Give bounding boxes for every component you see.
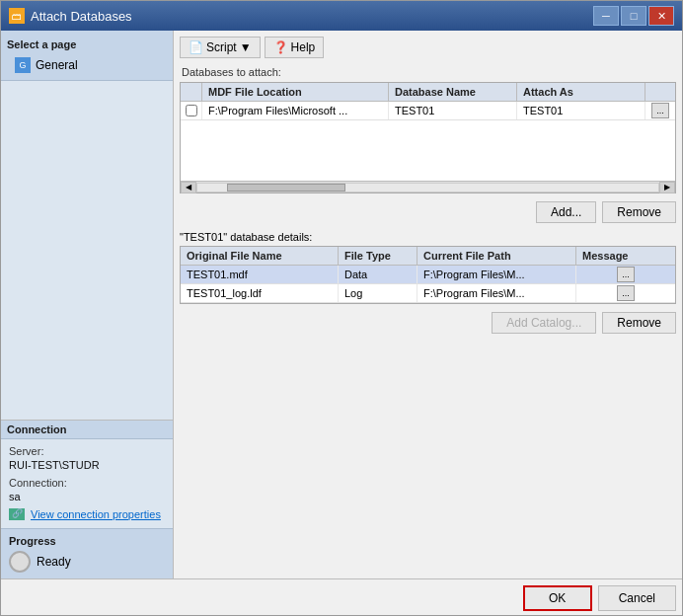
details-action-row: Add Catalog... Remove <box>180 312 676 334</box>
sidebar-select-page-section: Select a page G General <box>1 31 173 81</box>
sidebar-progress-section: Progress Ready <box>1 528 173 578</box>
detail-row2-browse[interactable]: ... <box>576 284 675 302</box>
detail-browse-btn-1[interactable]: ... <box>617 267 635 282</box>
window-body: Select a page G General Connection Serve… <box>1 31 682 578</box>
browse-button[interactable]: ... <box>651 103 669 118</box>
table-row[interactable]: TEST01_log.ldf Log F:\Program Files\M...… <box>181 284 675 303</box>
ok-button[interactable]: OK <box>523 585 592 611</box>
detail-browse-btn-2[interactable]: ... <box>617 285 635 301</box>
progress-row: Ready <box>9 551 165 573</box>
row-checkbox[interactable] <box>181 102 202 119</box>
table-row[interactable]: TEST01.mdf Data F:\Program Files\M... ..… <box>181 266 675 284</box>
detail-col-original-name: Original File Name <box>181 247 339 265</box>
script-label: Script <box>206 40 237 54</box>
main-content: 📄 Script ▼ ❓ Help Databases to attach: M… <box>174 31 682 578</box>
close-button[interactable]: ✕ <box>648 6 674 26</box>
detail-col-file-type: File Type <box>339 247 417 265</box>
databases-table-body: F:\Program Files\Microsoft ... TEST01 TE… <box>181 102 675 181</box>
connection-section-title: Connection <box>1 421 173 439</box>
maximize-button[interactable]: □ <box>621 6 646 26</box>
script-button[interactable]: 📄 Script ▼ <box>180 37 261 58</box>
add-catalog-button[interactable]: Add Catalog... <box>492 312 596 334</box>
progress-circle <box>9 551 31 573</box>
remove-button[interactable]: Remove <box>602 201 676 223</box>
detail-row1-browse[interactable]: ... <box>576 266 675 283</box>
script-icon: 📄 <box>189 40 203 54</box>
minimize-button[interactable]: ─ <box>593 6 619 26</box>
detail-row1-original-name: TEST01.mdf <box>181 266 339 283</box>
row-attach-as: TEST01 <box>517 102 645 119</box>
details-section: "TEST01" database details: Original File… <box>180 231 676 342</box>
title-bar: 🗃 Attach Databases ─ □ ✕ <box>1 1 682 31</box>
detail-row1-current-path: F:\Program Files\M... <box>417 266 576 283</box>
row-browse-btn[interactable]: ... <box>645 102 675 119</box>
row-database-name: TEST01 <box>389 102 517 119</box>
attach-databases-window: 🗃 Attach Databases ─ □ ✕ Select a page G… <box>0 0 683 616</box>
sidebar-item-general[interactable]: G General <box>7 54 167 76</box>
server-value: RUI-TEST\STUDR <box>9 459 165 471</box>
databases-section-label: Databases to attach: <box>180 66 676 78</box>
sidebar: Select a page G General Connection Serve… <box>1 31 174 578</box>
col-database-name: Database Name <box>389 83 517 101</box>
bottom-buttons: OK Cancel <box>1 578 682 615</box>
general-icon: G <box>15 57 31 73</box>
window-icon: 🗃 <box>9 8 25 24</box>
details-table-box: Original File Name File Type Current Fil… <box>180 246 676 304</box>
sidebar-item-general-label: General <box>36 58 78 72</box>
details-table-header: Original File Name File Type Current Fil… <box>181 247 675 266</box>
progress-title: Progress <box>9 535 165 547</box>
sidebar-middle <box>1 81 173 420</box>
server-label: Server: <box>9 445 165 457</box>
scroll-right-arrow[interactable]: ▶ <box>659 182 675 193</box>
scrollbar-thumb[interactable] <box>227 184 345 192</box>
details-remove-button[interactable]: Remove <box>602 312 676 334</box>
sidebar-connection-section: Connection Server: RUI-TEST\STUDR Connec… <box>1 420 173 528</box>
title-bar-left: 🗃 Attach Databases <box>9 8 132 24</box>
help-label: Help <box>291 40 316 54</box>
detail-col-current-path: Current File Path <box>417 247 576 265</box>
title-buttons: ─ □ ✕ <box>593 6 674 26</box>
toolbar: 📄 Script ▼ ❓ Help <box>180 37 676 58</box>
progress-status: Ready <box>37 555 71 569</box>
view-connection-icon: 🔗 <box>9 508 25 520</box>
col-mdf-location: MDF File Location <box>202 83 389 101</box>
scroll-left-arrow[interactable]: ◀ <box>181 182 196 193</box>
detail-row2-original-name: TEST01_log.ldf <box>181 284 339 302</box>
col-extra <box>645 83 675 101</box>
databases-section: Databases to attach: MDF File Location D… <box>180 66 676 231</box>
col-checkbox <box>181 83 202 101</box>
add-button[interactable]: Add... <box>536 201 596 223</box>
detail-row1-file-type: Data <box>339 266 417 283</box>
databases-table-box: MDF File Location Database Name Attach A… <box>180 82 676 193</box>
detail-col-message: Message <box>576 247 675 265</box>
help-icon: ❓ <box>273 40 288 54</box>
row-mdf-location: F:\Program Files\Microsoft ... <box>202 102 389 119</box>
scrollbar-track[interactable] <box>196 183 659 192</box>
connection-label: Connection: <box>9 477 165 489</box>
view-connection-link[interactable]: View connection properties <box>31 508 161 520</box>
row-checkbox-input[interactable] <box>186 105 197 116</box>
table-row[interactable]: F:\Program Files\Microsoft ... TEST01 TE… <box>181 102 675 120</box>
window-title: Attach Databases <box>31 9 132 24</box>
help-button[interactable]: ❓ Help <box>265 37 325 58</box>
cancel-button[interactable]: Cancel <box>598 585 676 611</box>
select-page-label: Select a page <box>7 38 167 50</box>
detail-row2-file-type: Log <box>339 284 417 302</box>
script-dropdown-icon: ▼ <box>240 40 252 54</box>
col-attach-as: Attach As <box>517 83 645 101</box>
details-section-label: "TEST01" database details: <box>180 231 676 243</box>
detail-row2-current-path: F:\Program Files\M... <box>417 284 576 302</box>
databases-table-header: MDF File Location Database Name Attach A… <box>181 83 675 102</box>
databases-action-row: Add... Remove <box>180 201 676 223</box>
horizontal-scrollbar[interactable]: ◀ ▶ <box>181 181 675 192</box>
connection-value: sa <box>9 491 165 502</box>
